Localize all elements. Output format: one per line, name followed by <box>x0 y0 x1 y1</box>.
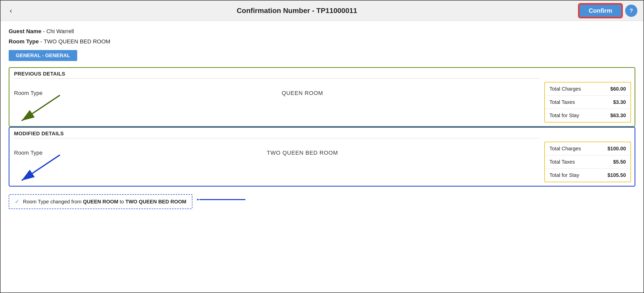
modified-total-charges-value: $100.00 <box>608 146 626 152</box>
previous-total-stay-row: Total for Stay $63.30 <box>545 109 630 122</box>
modified-section-content: Room Type TWO QUEEN BED ROOM Total Charg… <box>9 138 635 186</box>
modified-room-row: Room Type TWO QUEEN BED ROOM <box>14 142 540 163</box>
header: ‹ Confirmation Number - TP11000011 Confi… <box>1 1 643 21</box>
guest-name-separator: - <box>41 28 46 34</box>
guest-name-value: Chi Warrell <box>46 28 74 34</box>
modified-charges-box: Total Charges $100.00 Total Taxes $5.50 … <box>544 142 631 182</box>
modified-main: Room Type TWO QUEEN BED ROOM <box>9 138 544 186</box>
previous-details-box: PREVIOUS DETAILS Room Type <box>9 67 635 127</box>
previous-total-taxes-row: Total Taxes $3.30 <box>545 96 630 109</box>
guest-name-label: Guest Name <box>9 28 41 34</box>
sections-wrapper: PREVIOUS DETAILS Room Type <box>9 67 635 187</box>
room-type-value: TWO QUEEN BED ROOM <box>44 38 110 45</box>
checkmark-icon: ✓ <box>15 198 19 205</box>
modified-total-stay-value: $105.50 <box>608 172 626 178</box>
previous-section-header: PREVIOUS DETAILS <box>9 68 635 78</box>
modified-total-taxes-label: Total Taxes <box>549 159 575 165</box>
modified-section-header: MODIFIED DETAILS <box>9 128 635 138</box>
header-title-wrapper: Confirmation Number - TP11000011 <box>15 7 579 15</box>
notification-text: Room Type changed from QUEEN ROOM to TWO… <box>23 199 186 205</box>
modified-total-stay-row: Total for Stay $105.50 <box>545 169 630 182</box>
previous-room-value: QUEEN ROOM <box>65 90 540 96</box>
previous-main: Room Type QUEEN ROOM <box>9 78 544 126</box>
help-button[interactable]: ? <box>625 5 637 17</box>
modified-total-charges-row: Total Charges $100.00 <box>545 142 630 155</box>
previous-room-row: Room Type QUEEN ROOM <box>14 83 540 104</box>
bottom-row: ✓ Room Type changed from QUEEN ROOM to T… <box>9 190 635 209</box>
back-button[interactable]: ‹ <box>7 5 15 17</box>
modified-details-box: MODIFIED DETAILS Room Type <box>9 127 635 187</box>
modified-total-taxes-value: $5.50 <box>613 159 626 165</box>
previous-total-taxes-value: $3.30 <box>613 99 626 105</box>
modified-room-value: TWO QUEEN BED ROOM <box>65 150 540 156</box>
room-type-separator: - <box>39 38 44 45</box>
modified-total-stay-label: Total for Stay <box>549 172 579 178</box>
notification-text-before: Room Type changed from <box>23 199 83 204</box>
notification-old-value: QUEEN ROOM <box>83 199 118 204</box>
page-title: Confirmation Number - TP11000011 <box>237 7 357 15</box>
notification-text-middle: to <box>118 199 125 204</box>
previous-total-taxes-label: Total Taxes <box>549 99 575 105</box>
previous-charges-box: Total Charges $60.00 Total Taxes $3.30 T… <box>544 82 631 123</box>
modified-divider <box>14 138 540 138</box>
notification-new-value: TWO QUEEN BED ROOM <box>125 199 186 204</box>
previous-total-charges-label: Total Charges <box>549 86 581 92</box>
previous-room-label: Room Type <box>14 90 65 96</box>
room-type-line: Room Type - TWO QUEEN BED ROOM <box>9 38 635 45</box>
summary-notification: ✓ Room Type changed from QUEEN ROOM to T… <box>9 194 192 209</box>
previous-total-stay-label: Total for Stay <box>549 113 579 118</box>
notification-arrow-icon <box>197 193 248 206</box>
header-left: ‹ <box>7 5 15 17</box>
modified-total-charges-label: Total Charges <box>549 146 581 152</box>
previous-total-stay-value: $63.30 <box>610 113 626 118</box>
tag-button[interactable]: GENERAL - GENERAL <box>9 50 77 61</box>
guest-name-line: Guest Name - Chi Warrell <box>9 28 635 35</box>
main-content: Guest Name - Chi Warrell Room Type - TWO… <box>1 21 643 216</box>
modified-room-label: Room Type <box>14 150 65 156</box>
header-right: Confirm ? <box>579 4 637 18</box>
room-type-label: Room Type <box>9 38 39 45</box>
previous-divider <box>14 78 540 79</box>
previous-section-content: Room Type QUEEN ROOM Total Charges $60.0… <box>9 78 635 126</box>
modified-total-taxes-row: Total Taxes $5.50 <box>545 155 630 169</box>
previous-total-charges-row: Total Charges $60.00 <box>545 82 630 96</box>
previous-total-charges-value: $60.00 <box>610 86 626 92</box>
confirm-button[interactable]: Confirm <box>579 4 622 18</box>
